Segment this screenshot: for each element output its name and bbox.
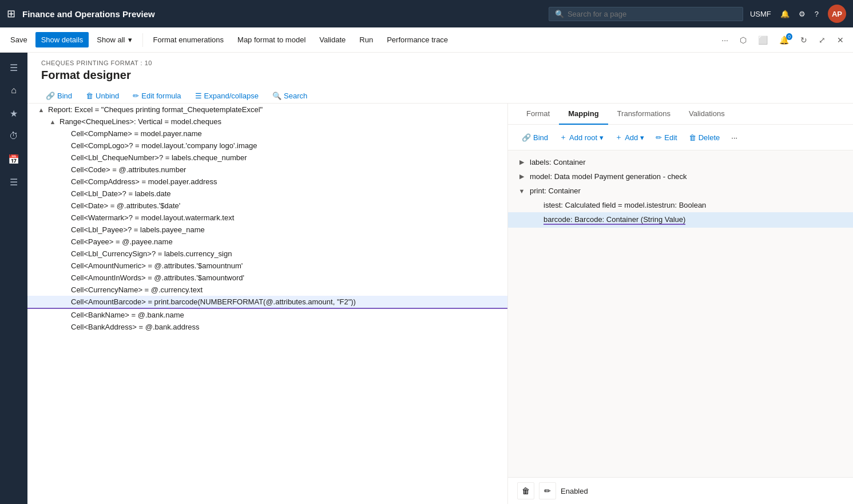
separator-1 xyxy=(142,33,143,47)
sidebar-icon-recent[interactable]: ⏱ xyxy=(3,126,24,146)
more-options-button[interactable]: ··· xyxy=(717,32,733,48)
grid-icon[interactable]: ⊞ xyxy=(7,7,15,20)
tree-item[interactable]: Cell<CompLogo>? = model.layout.'company … xyxy=(27,140,507,152)
sidebar: ☰ ⌂ ★ ⏱ 📅 ☰ xyxy=(0,53,27,504)
add-root-button[interactable]: ＋ Add root ▾ xyxy=(555,129,608,145)
tree-item[interactable]: Cell<Lbl_Date>? = labels.date xyxy=(27,188,507,200)
mapping-item[interactable]: ▼print: Container xyxy=(508,184,853,198)
detach-button[interactable]: ⤢ xyxy=(814,32,830,48)
tree-item-label: Cell<AmountNumeric> = @.attributes.'$amo… xyxy=(71,261,503,270)
content-area: CHEQUES PRINTING FORMAT : 10 Format desi… xyxy=(27,53,853,504)
split-view-button[interactable]: ⬜ xyxy=(753,32,772,48)
edit-item-button[interactable]: ✏ xyxy=(539,482,556,499)
tree-item[interactable]: Cell<Code> = @.attributes.number xyxy=(27,164,507,176)
mapping-item[interactable]: ▶model: Data model Payment generation - … xyxy=(508,169,853,184)
right-toolbar: 🔗 Bind ＋ Add root ▾ ＋ Add ▾ ✏ xyxy=(508,125,853,150)
topbar: ⊞ Finance and Operations Preview 🔍 USMF … xyxy=(0,0,853,27)
mapping-bind-button[interactable]: 🔗 Bind xyxy=(517,130,553,145)
tab-mapping[interactable]: Mapping xyxy=(559,104,608,125)
tree-item[interactable]: Cell<Date> = @.attributes.'$date' xyxy=(27,200,507,212)
refresh-button[interactable]: ↻ xyxy=(796,32,812,48)
format-enumerations-button[interactable]: Format enumerations xyxy=(148,32,230,47)
view-toggle-button[interactable]: ⬡ xyxy=(735,32,751,48)
tree-item-label: Cell<CompLogo>? = model.layout.'company … xyxy=(71,141,503,150)
map-format-to-model-button[interactable]: Map format to model xyxy=(232,32,311,47)
pencil-icon: ✏ xyxy=(656,133,662,142)
tree-item-label: Cell<BankName> = @.bank.name xyxy=(71,311,503,319)
unlink-icon: 🗑 xyxy=(86,92,93,100)
tree-item-label: Cell<AmountInWords> = @.attributes.'$amo… xyxy=(71,273,503,282)
tree-item[interactable]: Cell<AmountInWords> = @.attributes.'$amo… xyxy=(27,272,507,284)
bind-button[interactable]: 🔗 Bind xyxy=(41,89,77,103)
tree-item-label: Cell<BankAddress> = @.bank.address xyxy=(71,323,503,331)
user-label: USMF xyxy=(750,10,771,18)
tree-item[interactable]: ▲Range<ChequeLines>: Vertical = model.ch… xyxy=(27,116,507,128)
sidebar-icon-menu[interactable]: ☰ xyxy=(3,57,24,78)
tree-item[interactable]: ▲Report: Excel = "Cheques printing forma… xyxy=(27,104,507,116)
tree-item[interactable]: Cell<AmountBarcode> = print.barcode(NUMB… xyxy=(27,296,507,309)
tree-item-label: Cell<Payee> = @.payee.name xyxy=(71,237,503,246)
tree-item[interactable]: Cell<CurrencyName> = @.currency.text xyxy=(27,284,507,296)
help-icon[interactable]: ? xyxy=(815,10,819,18)
tree-item[interactable]: Cell<CompName> = model.payer.name xyxy=(27,128,507,140)
mapping-item[interactable]: ▶labels: Container xyxy=(508,155,853,169)
notification-icon[interactable]: 🔔 xyxy=(780,10,789,18)
save-button[interactable]: Save xyxy=(5,32,33,47)
tree-item[interactable]: Cell<Payee> = @.payee.name xyxy=(27,236,507,248)
breadcrumb: CHEQUES PRINTING FORMAT : 10 xyxy=(41,59,839,66)
delete-mapping-button[interactable]: 🗑 Delete xyxy=(684,130,725,145)
sidebar-icon-modules[interactable]: ☰ xyxy=(3,172,24,192)
map-toggle-icon[interactable]: ▶ xyxy=(517,173,526,180)
tree-toggle-icon[interactable]: ▲ xyxy=(37,106,46,113)
add-button[interactable]: ＋ Add ▾ xyxy=(610,129,649,145)
tree-item-label: Cell<Code> = @.attributes.number xyxy=(71,165,503,174)
tree-item-label: Range<ChequeLines>: Vertical = model.che… xyxy=(59,117,503,126)
tab-validations[interactable]: Validations xyxy=(680,104,734,125)
map-toggle-icon[interactable]: ▼ xyxy=(517,188,526,195)
run-button[interactable]: Run xyxy=(354,32,379,47)
more-mapping-button[interactable]: ··· xyxy=(727,130,742,145)
status-badge: Enabled xyxy=(561,487,588,495)
sidebar-icon-home[interactable]: ⌂ xyxy=(3,80,24,101)
sidebar-icon-favorites[interactable]: ★ xyxy=(3,103,24,124)
tab-transformations[interactable]: Transformations xyxy=(608,104,680,125)
global-search[interactable]: 🔍 xyxy=(549,7,743,21)
search-button[interactable]: 🔍 Search xyxy=(268,89,312,103)
tree-item[interactable]: Cell<BankName> = @.bank.name xyxy=(27,309,507,321)
tree-toggle-icon[interactable]: ▲ xyxy=(48,118,57,125)
badge-button[interactable]: 🔔0 xyxy=(775,32,794,48)
validate-button[interactable]: Validate xyxy=(314,32,351,47)
show-details-button[interactable]: Show details xyxy=(35,32,89,47)
delete-item-button[interactable]: 🗑 xyxy=(517,482,534,499)
tree-item[interactable]: Cell<Lbl_ChequeNumber>? = labels.cheque_… xyxy=(27,152,507,164)
map-toggle-icon[interactable]: ▶ xyxy=(517,158,526,166)
tree-item[interactable]: Cell<Watermark>? = model.layout.watermar… xyxy=(27,212,507,224)
settings-icon[interactable]: ⚙ xyxy=(799,10,806,18)
tree-item-label: Cell<Lbl_Date>? = labels.date xyxy=(71,189,503,198)
page-header: CHEQUES PRINTING FORMAT : 10 Format desi… xyxy=(27,53,853,104)
tree-item[interactable]: Cell<CompAddress> = model.payer.address xyxy=(27,176,507,188)
map-item-label: model: Data model Payment generation - c… xyxy=(530,172,687,181)
tree-item-label: Cell<Watermark>? = model.layout.watermar… xyxy=(71,213,503,222)
unbind-button[interactable]: 🗑 Unbind xyxy=(81,89,124,103)
tree-item[interactable]: Cell<Lbl_CurrencySign>? = labels.currenc… xyxy=(27,248,507,260)
mapping-tree: ▶labels: Container▶model: Data model Pay… xyxy=(508,150,853,477)
edit-formula-button[interactable]: ✏ Edit formula xyxy=(128,89,185,103)
tree-item-label: Cell<Lbl_CurrencySign>? = labels.currenc… xyxy=(71,249,503,258)
tab-format[interactable]: Format xyxy=(517,104,559,125)
avatar[interactable]: AP xyxy=(828,5,846,23)
two-panel: ▲Report: Excel = "Cheques printing forma… xyxy=(27,104,853,504)
edit-mapping-button[interactable]: ✏ Edit xyxy=(651,130,681,145)
expand-collapse-button[interactable]: ☰ Expand/collapse xyxy=(191,89,263,103)
mapping-item[interactable]: barcode: Barcode: Container (String Valu… xyxy=(508,212,853,228)
search-icon: 🔍 xyxy=(555,10,564,18)
mapping-item[interactable]: istest: Calculated field = model.istestr… xyxy=(508,198,853,212)
tree-item[interactable]: Cell<BankAddress> = @.bank.address xyxy=(27,321,507,333)
show-all-button[interactable]: Show all ▾ xyxy=(91,32,137,47)
sidebar-icon-workspaces[interactable]: 📅 xyxy=(3,149,24,169)
performance-trace-button[interactable]: Performance trace xyxy=(381,32,454,47)
close-button[interactable]: ✕ xyxy=(832,32,848,48)
tree-item[interactable]: Cell<AmountNumeric> = @.attributes.'$amo… xyxy=(27,260,507,272)
search-input[interactable] xyxy=(568,10,737,18)
tree-item[interactable]: Cell<Lbl_Payee>? = labels.payee_name xyxy=(27,224,507,236)
